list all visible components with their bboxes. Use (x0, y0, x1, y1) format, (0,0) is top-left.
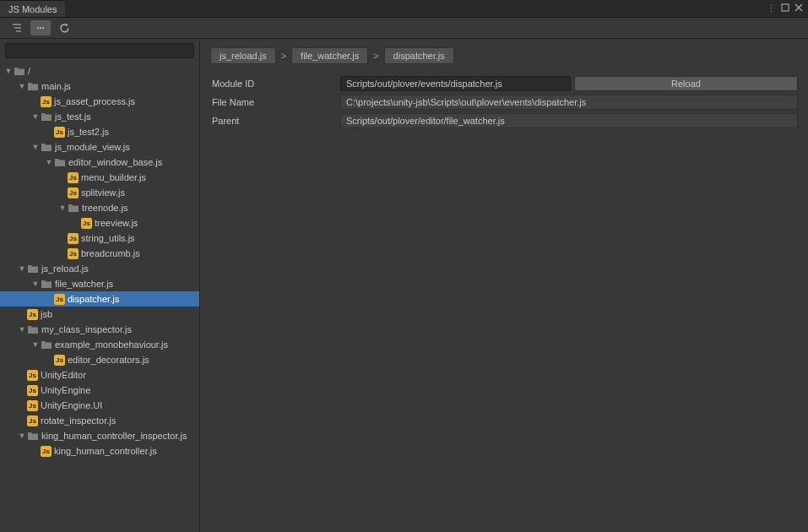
module-form: Module ID Reload File Name C:\projects\u… (210, 76, 798, 128)
tree-row[interactable]: ▼my_class_inspector.js (0, 322, 199, 337)
close-icon[interactable] (794, 3, 803, 14)
tree-row[interactable]: ▼js_reload.js (0, 261, 199, 276)
tree-item-label: breadcrumb.js (81, 248, 140, 258)
folder-icon (27, 323, 39, 335)
svg-rect-0 (782, 4, 789, 11)
tree-item-label: king_human_controller.js (54, 446, 157, 456)
tree-row[interactable]: Jssplitview.js (0, 185, 199, 200)
tree-row[interactable]: JsUnityEngine (0, 383, 199, 398)
tree-item-label: treeview.js (95, 218, 138, 228)
folder-icon (27, 263, 39, 274)
tree-item-label: menu_builder.js (81, 172, 146, 182)
tree-item-label: / (28, 66, 30, 76)
tree-row[interactable]: Jsstring_utils.js (0, 231, 199, 246)
module-id-input[interactable] (340, 76, 571, 91)
expand-arrow-icon[interactable]: ▼ (44, 158, 54, 166)
tree-row[interactable]: ▼js_test.js (0, 109, 199, 124)
tree-row[interactable]: Jsdispatcher.js (0, 291, 199, 307)
folder-icon (27, 430, 39, 442)
reload-button[interactable]: Reload (574, 76, 798, 91)
module-tree: ▼/▼main.jsJsjs_asset_process.js▼js_test.… (0, 63, 199, 459)
folder-icon (41, 278, 52, 290)
tree-row[interactable]: ▼main.js (0, 79, 199, 94)
expand-arrow-icon[interactable]: ▼ (30, 143, 41, 151)
tree-row[interactable]: JsUnityEngine.UI (0, 398, 199, 413)
breadcrumb-separator: > (373, 51, 378, 61)
title-bar: JS Modules ⋮ (0, 0, 808, 18)
expand-arrow-icon[interactable]: ▼ (30, 280, 41, 288)
expand-arrow-icon[interactable]: ▼ (30, 340, 41, 349)
js-file-icon: Js (54, 294, 65, 305)
tree-item-label: UnityEngine.UI (41, 400, 102, 410)
tree-row[interactable]: ▼king_human_controller_inspector.js (0, 428, 199, 443)
tree-row[interactable]: Jstreeview.js (0, 215, 199, 231)
toolbar (0, 18, 808, 39)
tree-row[interactable]: ▼/ (0, 63, 199, 79)
js-file-icon: Js (27, 370, 38, 381)
js-file-icon: Js (41, 446, 52, 457)
tree-item-label: string_utils.js (81, 233, 135, 243)
tree-row[interactable]: Jsrotate_inspector.js (0, 413, 199, 428)
tree-item-label: jsb (41, 309, 52, 319)
list-view-button[interactable] (7, 20, 27, 35)
expand-arrow-icon[interactable]: ▼ (3, 67, 14, 75)
tree-row[interactable]: ▼file_watcher.js (0, 276, 199, 291)
tree-row[interactable]: Jsmenu_builder.js (0, 170, 199, 185)
tree-item-label: rotate_inspector.js (41, 415, 116, 426)
sidebar: ▼/▼main.jsJsjs_asset_process.js▼js_test.… (0, 39, 200, 532)
tree-row[interactable]: Jsking_human_controller.js (0, 443, 199, 459)
tree-item-label: UnityEngine (41, 385, 90, 395)
maximize-icon[interactable] (781, 3, 789, 14)
content-panel: js_reload.js>file_watcher.js>dispatcher.… (200, 39, 808, 532)
window-controls: ⋮ (767, 0, 808, 17)
folder-icon (68, 202, 79, 214)
tree-row[interactable]: Jsjs_test2.js (0, 124, 199, 139)
folder-icon (27, 80, 39, 92)
expand-arrow-icon[interactable]: ▼ (57, 204, 68, 212)
tree-item-label: king_human_controller_inspector.js (41, 431, 187, 441)
expand-arrow-icon[interactable]: ▼ (30, 112, 41, 121)
parent-label: Parent (210, 116, 337, 126)
menu-icon[interactable]: ⋮ (767, 3, 776, 14)
tree-row[interactable]: ▼example_monobehaviour.js (0, 337, 199, 352)
breadcrumb-item[interactable]: dispatcher.js (384, 47, 454, 64)
file-name-value: C:\projects\unity-jsb\Scripts\out\plover… (340, 95, 798, 110)
tree-row[interactable]: Jsbreadcrumb.js (0, 246, 199, 261)
breadcrumb-separator: > (281, 51, 286, 61)
tree-item-label: editor_decorators.js (68, 355, 149, 365)
expand-arrow-icon[interactable]: ▼ (17, 325, 27, 334)
refresh-button[interactable] (54, 20, 74, 35)
js-file-icon: Js (41, 96, 52, 107)
expand-arrow-icon[interactable]: ▼ (17, 264, 27, 273)
js-file-icon: Js (27, 400, 38, 411)
tree-item-label: js_module_view.js (55, 142, 130, 152)
tree-row[interactable]: Jsjsb (0, 307, 199, 322)
search-input[interactable] (5, 43, 194, 58)
tree-item-label: example_monobehaviour.js (55, 339, 168, 350)
js-file-icon: Js (68, 233, 79, 244)
expand-arrow-icon[interactable]: ▼ (17, 432, 27, 440)
tree-row[interactable]: ▼editor_window_base.js (0, 155, 199, 170)
js-file-icon: Js (68, 172, 79, 183)
window-tab[interactable]: JS Modules (0, 0, 65, 17)
tree-row[interactable]: ▼treenode.js (0, 200, 199, 215)
js-file-icon: Js (81, 218, 92, 229)
folder-icon (54, 156, 66, 168)
js-file-icon: Js (27, 309, 38, 320)
folder-icon (41, 141, 52, 153)
tree-item-label: splitview.js (81, 187, 125, 198)
breadcrumb-item[interactable]: js_reload.js (210, 47, 276, 64)
tree-row[interactable]: JsUnityEditor (0, 367, 199, 383)
breadcrumb-item[interactable]: file_watcher.js (291, 47, 368, 64)
details-view-button[interactable] (30, 20, 51, 35)
js-file-icon: Js (68, 187, 79, 198)
tree-row[interactable]: Jsjs_asset_process.js (0, 94, 199, 109)
svg-point-8 (42, 27, 44, 29)
svg-point-6 (37, 27, 39, 29)
tree-row[interactable]: ▼js_module_view.js (0, 139, 199, 155)
tree-row[interactable]: Jseditor_decorators.js (0, 352, 199, 367)
breadcrumb: js_reload.js>file_watcher.js>dispatcher.… (210, 47, 798, 64)
tree-item-label: treenode.js (82, 203, 127, 213)
folder-icon (41, 111, 52, 122)
expand-arrow-icon[interactable]: ▼ (17, 82, 27, 90)
